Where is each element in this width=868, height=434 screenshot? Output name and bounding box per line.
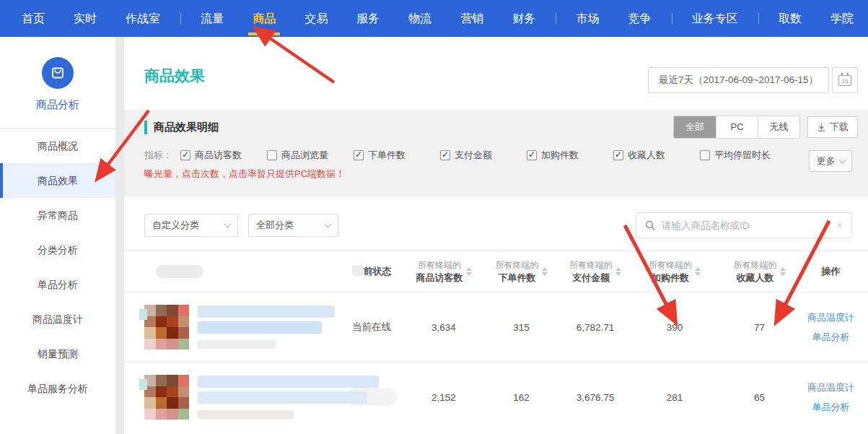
- metric-label: 平均停留时长: [714, 149, 771, 162]
- chevron-down-icon: [224, 221, 232, 228]
- product-search-box: ×: [636, 212, 852, 238]
- orders-value: 162: [483, 392, 559, 403]
- calendar-button[interactable]: 15: [832, 67, 858, 93]
- tab-pc[interactable]: PC: [716, 116, 758, 138]
- product-title-blurred: [198, 305, 339, 349]
- payment-value: 3,676.75: [559, 392, 631, 403]
- blurred-pixel: [139, 309, 147, 320]
- tab-wireless[interactable]: 无线: [758, 116, 799, 138]
- col-header-favorites[interactable]: 所有终端的 收藏人数: [718, 259, 801, 285]
- col-header-visitors[interactable]: 所有终端的 商品访客数: [404, 259, 483, 285]
- header-prefix: 所有终端的: [416, 259, 463, 272]
- download-button[interactable]: 下载: [807, 116, 858, 138]
- metric-checkbox-cart-adds[interactable]: 加购件数: [527, 149, 613, 162]
- checkbox-icon[interactable]: [354, 150, 364, 160]
- sort-icon[interactable]: [695, 267, 701, 276]
- checkbox-icon[interactable]: [527, 150, 537, 160]
- metric-label: 收藏人数: [628, 149, 665, 162]
- metric-checkbox-favorites[interactable]: 收藏人数: [613, 149, 700, 162]
- header-prefix: 所有终端的: [496, 259, 539, 272]
- sidebar-module-title: 商品分析: [0, 98, 115, 112]
- date-range-picker: 最近7天（2017-06-09~2017-06-15） 15: [648, 67, 858, 93]
- chevron-down-icon: [838, 157, 846, 164]
- nav-item-finance[interactable]: 财务: [498, 0, 550, 37]
- metric-checkbox-pageviews[interactable]: 商品浏览量: [267, 149, 354, 162]
- sidebar-item-category-analysis[interactable]: 分类分析: [0, 233, 115, 267]
- product-title-blurred: [198, 376, 339, 419]
- nav-item-market[interactable]: 市场: [562, 0, 614, 37]
- nav-item-academy[interactable]: 学院: [816, 0, 868, 37]
- more-button[interactable]: 更多: [809, 150, 852, 172]
- nav-item-trade[interactable]: 交易: [290, 0, 342, 37]
- nav-item-traffic[interactable]: 流量: [186, 0, 238, 37]
- nav-item-competition[interactable]: 竞争: [614, 0, 666, 37]
- col-header-orders[interactable]: 所有终端的 下单件数: [483, 259, 559, 285]
- col-header-cart-adds[interactable]: 所有终端的 加购件数: [631, 259, 718, 285]
- link-goods-thermometer[interactable]: 商品温度计: [807, 381, 854, 394]
- product-cell[interactable]: [144, 375, 339, 420]
- col-header-payment[interactable]: 所有终端的 支付金额: [559, 259, 631, 285]
- sort-icon[interactable]: [615, 267, 621, 276]
- clear-search-icon[interactable]: ×: [837, 220, 843, 231]
- nav-item-marketing[interactable]: 营销: [446, 0, 498, 37]
- sidebar-item-goods-effect[interactable]: 商品效果: [0, 163, 115, 198]
- col-header-product: [144, 265, 339, 278]
- metric-checkbox-avg-stay[interactable]: 平均停留时长: [700, 149, 801, 162]
- sort-icon[interactable]: [780, 267, 786, 276]
- sort-icon[interactable]: [466, 267, 472, 276]
- main-panel: 商品效果 最近7天（2017-06-09~2017-06-15） 15 商品效果…: [124, 37, 868, 434]
- col-header-actions: 操作: [801, 265, 868, 278]
- metric-checkbox-visitors[interactable]: 商品访客数: [180, 149, 267, 162]
- nav-item-business-zone[interactable]: 业务专区: [678, 0, 753, 37]
- payment-value: 6,782.71: [559, 322, 631, 333]
- favorites-value: 77: [718, 322, 801, 333]
- product-cell[interactable]: [144, 305, 339, 350]
- metric-label: 下单件数: [368, 149, 405, 162]
- nav-item-data-fetch[interactable]: 取数: [764, 0, 816, 37]
- sort-icon[interactable]: [542, 267, 548, 276]
- sidebar-item-goods-overview[interactable]: 商品概况: [0, 129, 115, 163]
- nav-item-service[interactable]: 服务: [342, 0, 394, 37]
- checkbox-icon[interactable]: [700, 150, 710, 160]
- sidebar-item-sales-forecast[interactable]: 销量预测: [0, 337, 115, 371]
- sidebar-item-single-item-analysis[interactable]: 单品分析: [0, 267, 115, 302]
- nav-item-goods[interactable]: 商品: [238, 0, 290, 37]
- dropdown-value: 全部分类: [256, 219, 294, 232]
- blurred-char-blob: [352, 265, 363, 276]
- metric-checkbox-orders[interactable]: 下单件数: [354, 149, 440, 162]
- download-label: 下载: [830, 121, 849, 134]
- nav-item-warroom[interactable]: 作战室: [111, 0, 175, 37]
- link-goods-thermometer[interactable]: 商品温度计: [807, 311, 854, 324]
- table-row: 当前在线 3,634 315 6,782.71 390 77 商品温度计 单品分…: [124, 292, 868, 362]
- search-input[interactable]: [662, 220, 831, 231]
- all-category-dropdown[interactable]: 全部分类: [248, 214, 338, 237]
- download-icon: [817, 123, 826, 132]
- date-range-value[interactable]: 最近7天（2017-06-09~2017-06-15）: [648, 67, 829, 93]
- status-cell: 当前在线: [339, 321, 404, 334]
- checkbox-icon[interactable]: [613, 150, 623, 160]
- checkbox-icon[interactable]: [267, 150, 277, 160]
- checkbox-icon[interactable]: [440, 150, 450, 160]
- metric-filter-row: 指标： 商品访客数 商品浏览量 下单件数 支付金额 加购件数: [124, 149, 868, 162]
- sidebar-item-abnormal-goods[interactable]: 异常商品: [0, 198, 115, 233]
- favorites-value: 65: [718, 392, 801, 403]
- nav-item-logistics[interactable]: 物流: [394, 0, 446, 37]
- sidebar-item-single-item-service[interactable]: 单品服务分析: [0, 371, 115, 406]
- tab-all-terminals[interactable]: 全部: [674, 116, 716, 138]
- sidebar-item-goods-thermometer[interactable]: 商品温度计: [0, 302, 115, 337]
- metric-checkbox-payment[interactable]: 支付金额: [440, 149, 527, 162]
- link-single-item-analysis[interactable]: 单品分析: [812, 331, 850, 344]
- metric-label: 支付金额: [455, 149, 492, 162]
- search-icon: [645, 220, 656, 231]
- nav-item-home[interactable]: 首页: [7, 0, 59, 37]
- nav-item-realtime[interactable]: 实时: [59, 0, 111, 37]
- header-name: 收藏人数: [734, 272, 777, 285]
- table-header-row: 前状态 所有终端的 商品访客数 所有终端的 下单件数 所有终端的 支付: [124, 251, 868, 292]
- header-prefix: 所有终端的: [649, 259, 692, 272]
- shopping-bag-icon: [42, 57, 74, 89]
- cart-adds-value: 281: [631, 392, 718, 403]
- custom-category-dropdown[interactable]: 自定义分类: [144, 214, 238, 237]
- device-tab-group: 全部 PC 无线: [673, 116, 800, 139]
- checkbox-icon[interactable]: [180, 150, 190, 160]
- link-single-item-analysis[interactable]: 单品分析: [812, 401, 850, 414]
